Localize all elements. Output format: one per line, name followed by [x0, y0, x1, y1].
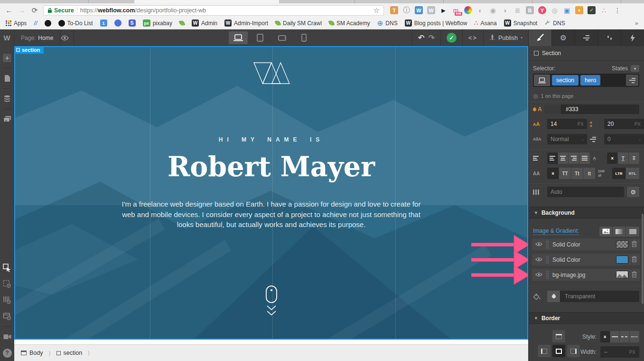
border-left-button[interactable]	[538, 345, 551, 357]
border-style-button-1[interactable]	[610, 331, 620, 342]
letter-spacing-input[interactable]: Normal-	[547, 134, 587, 144]
font-size-input[interactable]: 14PX	[547, 119, 587, 129]
selector-tag-hero[interactable]: hero	[580, 75, 600, 86]
decoration-button-1[interactable]: T	[618, 152, 629, 164]
layer-swatch[interactable]	[616, 256, 628, 264]
circle-extension-icon[interactable]: ◐	[476, 6, 485, 14]
pages-button[interactable]	[0, 71, 14, 86]
edit-mode-toggle[interactable]	[0, 277, 14, 291]
align-justify-button[interactable]	[579, 152, 590, 164]
bookmark-snapshot[interactable]: WSnapshot	[504, 19, 538, 27]
tab-element-settings[interactable]	[621, 29, 644, 46]
browser-tab-strip[interactable]	[0, 0, 644, 3]
active-tab[interactable]	[134, 0, 279, 3]
page-selector[interactable]: Page: Home	[14, 29, 60, 46]
background-color-swatch-button[interactable]	[547, 291, 560, 302]
webflow-gray-extension-icon[interactable]: W	[427, 6, 435, 14]
dot-circle-extension-icon[interactable]: ◉	[489, 6, 497, 14]
publish-button[interactable]: Publish ▾	[484, 29, 528, 46]
selector-field[interactable]: sectionhero	[533, 74, 639, 87]
bookmark-apps[interactable]: Apps	[6, 20, 27, 27]
bookmark-sprout[interactable]	[179, 20, 185, 26]
b-extension-icon[interactable]: B	[526, 6, 534, 14]
select-element-tool[interactable]	[0, 261, 14, 275]
color-wheel-extension-icon[interactable]	[464, 6, 472, 14]
chat-extension-icon[interactable]: ◗	[501, 6, 509, 14]
bookmark-pixabay[interactable]: pxpixabay	[143, 19, 172, 27]
breakpoint-desktop-icon[interactable]	[229, 31, 248, 44]
layer-swatch[interactable]	[616, 240, 628, 248]
inheritance-menu-button[interactable]	[626, 75, 638, 86]
border-width-input[interactable]: –PX	[600, 346, 639, 358]
bookmark-slashes[interactable]: //	[34, 19, 37, 27]
redo-icon[interactable]: ↷	[428, 33, 434, 42]
case-button-2[interactable]: Tt	[571, 168, 583, 179]
align-right-button[interactable]	[569, 152, 579, 164]
border-style-button-2[interactable]	[620, 331, 630, 342]
bookmark-star-icon[interactable]: ☆	[373, 6, 380, 15]
bookmark-to-do-list[interactable]: To-Do List	[58, 20, 93, 27]
bookmarks-overflow-icon[interactable]: »	[635, 19, 638, 27]
check-extension-icon[interactable]: ✓	[588, 6, 596, 14]
bookmark-chat-blue[interactable]	[114, 19, 121, 27]
border-style-button-0[interactable]: ×	[600, 331, 610, 342]
next-page-section[interactable]	[14, 340, 528, 344]
background-color-input[interactable]: Transparent	[547, 291, 639, 302]
guides-toggle[interactable]	[0, 293, 14, 307]
layer-visibility-eye-icon[interactable]	[535, 241, 542, 248]
bookmark-daily-sm-crawl[interactable]: Daily SM Crawl	[275, 20, 322, 27]
line-height-input[interactable]: 20PX	[604, 119, 644, 129]
breadcrumb-section[interactable]: section	[56, 350, 83, 356]
border-top-button[interactable]	[552, 330, 565, 342]
preview-toggle-button[interactable]	[56, 29, 74, 46]
tab-settings-panel[interactable]: ⚙	[551, 29, 575, 46]
direction-button-0[interactable]: LTR	[612, 168, 625, 179]
background-section-header[interactable]: ▼Background	[528, 207, 644, 218]
hero-section[interactable]: HI MY NAME IS Robert Mayer I'm a freelan…	[14, 46, 528, 340]
text-indent-input[interactable]: 0-	[604, 134, 644, 144]
bg-layer-0[interactable]: Solid Color	[532, 238, 640, 250]
asana-extension-icon[interactable]: ∴	[600, 6, 608, 14]
forward-button[interactable]: →	[18, 6, 26, 14]
decoration-button-0[interactable]: ×	[607, 152, 618, 164]
layer-delete-icon[interactable]	[632, 256, 637, 264]
layer-drag-handle[interactable]	[546, 271, 549, 279]
bookmark-admin-import[interactable]: WAdmin-Import	[224, 19, 268, 27]
layer-visibility-eye-icon[interactable]	[535, 272, 542, 278]
info-extension-icon[interactable]: ⓘ	[402, 6, 411, 14]
case-button-3[interactable]: tt	[583, 168, 595, 179]
breadcrumb-body[interactable]: Body	[21, 350, 43, 356]
breakpoint-mobile-portrait-icon[interactable]	[294, 31, 313, 44]
panel-scrollbar[interactable]	[642, 214, 644, 304]
decoration-button-2[interactable]: T	[629, 152, 639, 164]
bookmark-dns[interactable]: DNS	[544, 20, 565, 27]
export-code-icon[interactable]: <>	[468, 34, 477, 41]
bg-layer-1[interactable]: Solid Color	[532, 254, 640, 266]
layer-delete-icon[interactable]	[632, 241, 637, 248]
font-color-input[interactable]: #333	[544, 104, 639, 114]
saved-check-icon[interactable]: ✓	[447, 33, 457, 43]
columns-input[interactable]: Auto	[547, 187, 624, 197]
add-image-button[interactable]	[599, 227, 613, 237]
secure-indicator[interactable]: Secure	[47, 7, 74, 14]
add-gradient-button[interactable]	[613, 227, 626, 237]
case-button-0[interactable]: ×	[547, 168, 559, 179]
border-section-header[interactable]: ▼Border	[528, 312, 644, 324]
layer-visibility-eye-icon[interactable]	[535, 256, 542, 263]
border-style-button-3[interactable]	[630, 331, 639, 342]
hammer-extension-icon[interactable]: T	[390, 6, 398, 14]
layout-toggle[interactable]	[0, 309, 14, 323]
url-text[interactable]: https://webflow.com/design/portfolio-pro…	[80, 7, 206, 14]
pointer-extension-icon[interactable]: ►	[439, 6, 448, 14]
border-all-button[interactable]	[552, 345, 565, 357]
layer-delete-icon[interactable]	[632, 271, 637, 279]
add-element-button[interactable]: +	[0, 51, 14, 65]
video-tutorials-button[interactable]	[0, 330, 14, 344]
direction-button-1[interactable]: RTL	[626, 168, 639, 179]
target-extension-icon[interactable]: ◎	[551, 6, 559, 14]
plus-extension-icon[interactable]: +	[575, 6, 583, 14]
address-bar[interactable]: Secure https://webflow.com/design/portfo…	[43, 5, 384, 16]
layer-drag-handle[interactable]	[546, 256, 549, 264]
align-center-button[interactable]	[558, 152, 569, 164]
layer-swatch[interactable]	[616, 271, 628, 279]
